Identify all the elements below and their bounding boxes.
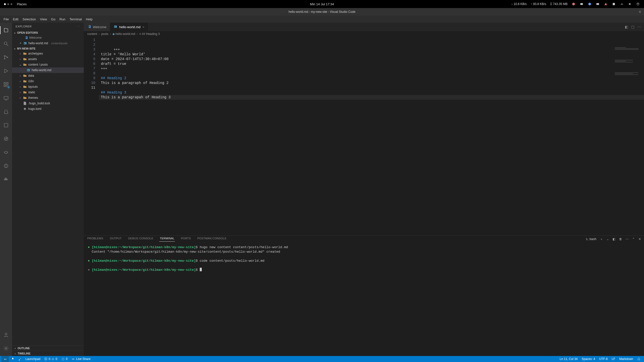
- tray-icon-4[interactable]: [596, 2, 600, 6]
- volume-icon[interactable]: [628, 2, 632, 6]
- panel-more-icon[interactable]: ⋯: [626, 237, 629, 241]
- panel-tab-terminal[interactable]: TERMINAL: [159, 237, 175, 242]
- status-eol[interactable]: LF: [610, 356, 617, 362]
- menu-help[interactable]: Help: [84, 17, 95, 21]
- breadcrumbs[interactable]: content›posts›◆ hello-world.md›≡ ## Head…: [84, 31, 644, 37]
- tray-icon-1[interactable]: [572, 2, 576, 6]
- menu-run[interactable]: Run: [57, 17, 67, 21]
- activity-docker[interactable]: [0, 174, 12, 185]
- tray-icon-5[interactable]: [604, 2, 608, 6]
- status-rocket[interactable]: [9, 356, 16, 362]
- svg-point-9: [4, 56, 5, 57]
- open-editor-item[interactable]: Welcome: [12, 35, 84, 40]
- activity-search[interactable]: [0, 39, 12, 49]
- menu-go[interactable]: Go: [49, 17, 57, 21]
- activity-extra-2[interactable]: [0, 134, 12, 144]
- activity-extensions[interactable]: 1: [0, 79, 12, 89]
- places-menu[interactable]: Places: [17, 2, 27, 6]
- explorer-more-icon[interactable]: ⋯: [77, 25, 80, 28]
- tray-icon-3[interactable]: [588, 2, 592, 6]
- menu-file[interactable]: File: [2, 17, 11, 21]
- breadcrumb-item[interactable]: posts: [101, 32, 108, 36]
- tray-icon-6[interactable]: [612, 2, 616, 6]
- maximize-panel-icon[interactable]: ⌃: [632, 237, 635, 241]
- folder-item[interactable]: ›archetypes: [12, 51, 84, 56]
- panel-tab-output[interactable]: OUTPUT: [109, 237, 122, 241]
- power-icon[interactable]: [636, 2, 640, 6]
- menu-terminal[interactable]: Terminal: [67, 17, 84, 21]
- activity-explorer[interactable]: [0, 25, 12, 35]
- activity-extra-4[interactable]: [0, 161, 12, 171]
- status-tools[interactable]: [16, 356, 23, 362]
- folder-item[interactable]: ›assets: [12, 56, 84, 62]
- panel-tab-postman-console[interactable]: POSTMAN CONSOLE: [197, 237, 227, 241]
- folder-item[interactable]: ›themes: [12, 95, 84, 101]
- tray-discord-icon[interactable]: [580, 2, 584, 6]
- terminal-dropdown-icon[interactable]: ⌄: [607, 237, 609, 241]
- open-editor-item[interactable]: ×hello-world.mdcontent/posts: [12, 40, 84, 46]
- activity-testing[interactable]: [0, 107, 12, 117]
- project-section[interactable]: ⌄MY-NEW-SITE: [12, 46, 84, 51]
- status-errors[interactable]: ⓧ0 ⚠0: [42, 356, 59, 362]
- outline-section[interactable]: ›OUTLINE: [12, 345, 84, 351]
- status-liveshare[interactable]: Live Share: [69, 356, 92, 362]
- breadcrumb-item[interactable]: ≡ ## Heading 3: [139, 32, 160, 36]
- file-item[interactable]: .hugo_build.lock: [12, 101, 84, 106]
- status-cursor[interactable]: Ln 11, Col 34: [558, 356, 580, 362]
- status-launchpad[interactable]: Launchpad: [23, 356, 42, 362]
- editor-tab[interactable]: Welcome: [84, 23, 110, 31]
- terminal[interactable]: ● [hilman@nixos:~/Workspace/git/hilman-k…: [84, 243, 644, 356]
- panel-tab-problems[interactable]: PROBLEMS: [87, 237, 104, 241]
- toggle-panel-icon[interactable]: ▢: [631, 25, 634, 29]
- breadcrumb-item[interactable]: ◆ hello-world.md: [112, 32, 135, 36]
- window-close-icon[interactable]: ✕: [638, 10, 641, 14]
- folder-item[interactable]: ›data: [12, 73, 84, 78]
- activity-extra-1[interactable]: [0, 120, 12, 130]
- minimap[interactable]: [615, 38, 642, 44]
- folder-item[interactable]: ›i18n: [12, 78, 84, 84]
- menu-edit[interactable]: Edit: [11, 17, 20, 21]
- editor-tab[interactable]: hello-world.md×: [110, 23, 148, 31]
- activity-scm[interactable]: [0, 52, 12, 62]
- menu-view[interactable]: View: [38, 17, 49, 21]
- status-spaces[interactable]: Spaces: 4: [580, 356, 597, 362]
- activity-settings[interactable]: [0, 343, 12, 353]
- editor-body[interactable]: 1234567891011 +++ title = 'Hello World' …: [84, 37, 644, 235]
- kill-terminal-icon[interactable]: 🗑: [619, 237, 622, 241]
- panel-tab-ports[interactable]: PORTS: [180, 237, 191, 241]
- split-terminal-icon[interactable]: ◧: [613, 237, 615, 241]
- network-icon[interactable]: [620, 2, 624, 6]
- file-item[interactable]: hello-world.md: [12, 67, 84, 73]
- memory-usage: Σ 743.35 MB: [550, 2, 568, 6]
- file-item[interactable]: hugo.toml: [12, 106, 84, 112]
- folder-icon: [23, 79, 27, 83]
- breadcrumb-item[interactable]: content: [87, 32, 97, 36]
- open-editors-section[interactable]: ⌄OPEN EDITORS: [12, 30, 84, 35]
- split-editor-icon[interactable]: ◧: [625, 25, 628, 29]
- activity-remote[interactable]: [0, 93, 12, 103]
- activity-account[interactable]: [0, 330, 12, 340]
- item-label: assets: [28, 57, 37, 61]
- activity-debug[interactable]: [0, 66, 12, 76]
- folder-item[interactable]: ›static: [12, 89, 84, 95]
- terminal-shell-picker[interactable]: bash: [586, 237, 596, 241]
- tab-more-icon[interactable]: ⋯: [637, 25, 641, 29]
- status-bar: Launchpad ⓧ0 ⚠0 0 Live Share Ln 11, Col …: [0, 356, 644, 362]
- status-language[interactable]: Markdown: [617, 356, 635, 362]
- timeline-section[interactable]: ›TIMELINE: [12, 351, 84, 356]
- tab-close-icon[interactable]: ×: [143, 25, 145, 29]
- close-editor-icon[interactable]: ×: [20, 41, 21, 45]
- status-notifications-icon[interactable]: [635, 356, 642, 362]
- status-ports[interactable]: 0: [59, 356, 70, 362]
- menu-selection[interactable]: Selection: [20, 17, 38, 21]
- activity-extra-3[interactable]: [0, 147, 12, 157]
- status-encoding[interactable]: UTF-8: [597, 356, 610, 362]
- remote-indicator[interactable]: [2, 356, 9, 362]
- folder-item[interactable]: ›layouts: [12, 84, 84, 89]
- new-terminal-icon[interactable]: ＋: [600, 237, 603, 241]
- system-clock[interactable]: Min 14 Jul 17:34: [310, 2, 334, 6]
- close-panel-icon[interactable]: ✕: [638, 237, 641, 241]
- panel-tab-debug-console[interactable]: DEBUG CONSOLE: [128, 237, 154, 241]
- code-area[interactable]: +++ title = 'Hello World' date = 2024-07…: [99, 37, 644, 235]
- folder-item[interactable]: ⌄content / posts: [12, 62, 84, 67]
